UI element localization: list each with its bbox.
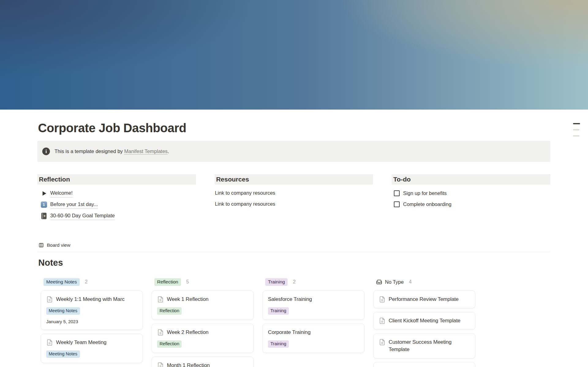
inbox-icon: [376, 279, 382, 285]
one-keycap-icon: 1: [41, 201, 47, 208]
card-tag: Training: [268, 307, 289, 315]
page-icon: [46, 339, 53, 346]
kanban-board: Meeting Notes2Weekly 1:1 Meeting with Ma…: [41, 278, 550, 367]
board-view-label: Board view: [47, 242, 70, 248]
board-card-weekly-team-meeting[interactable]: Weekly Team MeetingMeeting Notes: [41, 334, 143, 363]
text-line: Link to company resources: [215, 188, 373, 199]
group-label: No Type: [385, 279, 404, 285]
todo-label: Sign up for benefits: [403, 189, 447, 197]
board-group-header: Meeting Notes2: [41, 278, 143, 286]
card-tag: Meeting Notes: [46, 350, 80, 358]
card-title: Salesforce Training: [268, 296, 312, 303]
board-card-corporate-training[interactable]: Corporate TrainingTraining: [262, 324, 364, 353]
card-title: Customer Success Meeting Template: [389, 339, 470, 353]
page-icon: [379, 339, 386, 346]
card-title: Week 2 Reflection: [167, 329, 209, 336]
column-to-do: To-doSign up for benefitsComplete onboar…: [392, 174, 550, 222]
page-icon: [157, 296, 164, 303]
callout-text: This is a template designed by Manifest …: [55, 148, 169, 155]
group-tag-pill[interactable]: Meeting Notes: [43, 278, 80, 286]
section-header-to-do: To-do: [392, 174, 550, 185]
toc-bar[interactable]: [573, 129, 579, 130]
link-columns: ReflectionWelcome!1Before your 1st day..…: [37, 174, 550, 222]
toc-bar[interactable]: [573, 123, 580, 124]
board-card-client-kickoff-meeting-template[interactable]: Client Kickoff Meeting Template: [373, 312, 475, 330]
page-icon: [157, 329, 164, 336]
database-title[interactable]: Notes: [38, 257, 550, 268]
card-title: Weekly 1:1 Meeting with Marc: [56, 296, 125, 303]
board-card-week-1-reflection[interactable]: Week 1 ReflectionReflection: [152, 290, 254, 320]
toggle-triangle-icon[interactable]: [43, 191, 46, 196]
template-callout: i This is a template designed by Manifes…: [37, 141, 550, 162]
page-title[interactable]: Corporate Job Dashboard: [38, 121, 550, 135]
page-content: Corporate Job Dashboard i This is a temp…: [0, 121, 588, 367]
board-card-performance-review-template[interactable]: Performance Review Template: [373, 290, 475, 308]
callout-text-before: This is a template designed by: [55, 148, 124, 154]
card-date: January 5, 2023: [46, 319, 137, 325]
group-tag-pill[interactable]: Reflection: [154, 278, 181, 286]
board-group-header: Reflection5: [152, 278, 254, 286]
notebook-icon: [41, 213, 47, 219]
section-header-reflection: Reflection: [37, 174, 196, 185]
board-card-month-1-reflection[interactable]: Month 1 Reflection: [152, 357, 254, 367]
page-link-label: Welcome!: [50, 189, 73, 197]
card-tag: Reflection: [157, 340, 182, 348]
card-tag: Reflection: [157, 307, 182, 315]
text-line: Link to company resources: [215, 199, 373, 210]
cover-image: [0, 0, 588, 110]
page-link-before-your-1st-day[interactable]: 1Before your 1st day...: [37, 199, 196, 210]
manifest-templates-link[interactable]: Manifest Templates: [124, 148, 168, 155]
group-count: 2: [293, 279, 296, 285]
page-icon: [379, 317, 386, 324]
board-group-no-type: No Type4Performance Review TemplateClien…: [373, 278, 475, 367]
card-tag: Meeting Notes: [46, 307, 80, 315]
board-card[interactable]: [373, 362, 475, 367]
board-card-week-2-reflection[interactable]: Week 2 ReflectionReflection: [152, 324, 254, 353]
column-reflection: ReflectionWelcome!1Before your 1st day..…: [37, 174, 196, 222]
section-header-resources: Resources: [215, 174, 373, 185]
board-card-customer-success-meeting-template[interactable]: Customer Success Meeting Template: [373, 333, 475, 358]
todo-label: Complete onboarding: [403, 200, 451, 208]
board-group-header: Training2: [262, 278, 364, 286]
group-count: 4: [409, 279, 412, 285]
board-group-header: No Type4: [373, 278, 475, 286]
toc-bar[interactable]: [573, 135, 579, 137]
card-title: Month 1 Reflection: [167, 362, 210, 367]
column-resources: ResourcesLink to company resourcesLink t…: [215, 174, 373, 222]
card-title: Client Kickoff Meeting Template: [389, 317, 460, 324]
todo-item-sign-up-for-benefits[interactable]: Sign up for benefits: [392, 188, 550, 199]
card-title: Weekly Team Meeting: [56, 339, 107, 346]
card-title: Week 1 Reflection: [167, 296, 209, 303]
group-count: 2: [85, 279, 88, 285]
board-card-salesforce-training[interactable]: Salesforce TrainingTraining: [262, 290, 364, 320]
board-group-reflection: Reflection5Week 1 ReflectionReflectionWe…: [152, 278, 254, 367]
page-link-label: Before your 1st day...: [50, 200, 98, 209]
board-group-training: Training2Salesforce TrainingTrainingCorp…: [262, 278, 364, 367]
card-title: Performance Review Template: [389, 296, 458, 303]
board-group-meeting-notes: Meeting Notes2Weekly 1:1 Meeting with Ma…: [41, 278, 143, 367]
page-link-welcome[interactable]: Welcome!: [37, 188, 196, 199]
todo-item-complete-onboarding[interactable]: Complete onboarding: [392, 199, 550, 210]
checkbox[interactable]: [394, 201, 400, 207]
table-of-contents-indicator[interactable]: [573, 123, 580, 137]
page-link-30-60-90-day-goal-template[interactable]: 30-60-90 Day Goal Template: [37, 210, 196, 222]
board-card-weekly-1-1-meeting-with-marc[interactable]: Weekly 1:1 Meeting with MarcMeeting Note…: [41, 290, 143, 330]
page-link-label: 30-60-90 Day Goal Template: [50, 212, 115, 220]
callout-text-after: .: [168, 148, 169, 154]
tab-board-view[interactable]: Board view: [37, 242, 550, 252]
group-tag-pill[interactable]: Training: [265, 278, 288, 286]
card-title: Corporate Training: [268, 329, 311, 336]
board-view-icon: [38, 242, 44, 248]
page-icon: [379, 296, 386, 303]
info-icon: i: [42, 148, 50, 155]
page-icon: [157, 362, 164, 367]
checkbox[interactable]: [394, 190, 400, 196]
card-tag: Training: [268, 340, 289, 348]
page-icon: [46, 296, 53, 303]
group-count: 5: [186, 279, 189, 285]
